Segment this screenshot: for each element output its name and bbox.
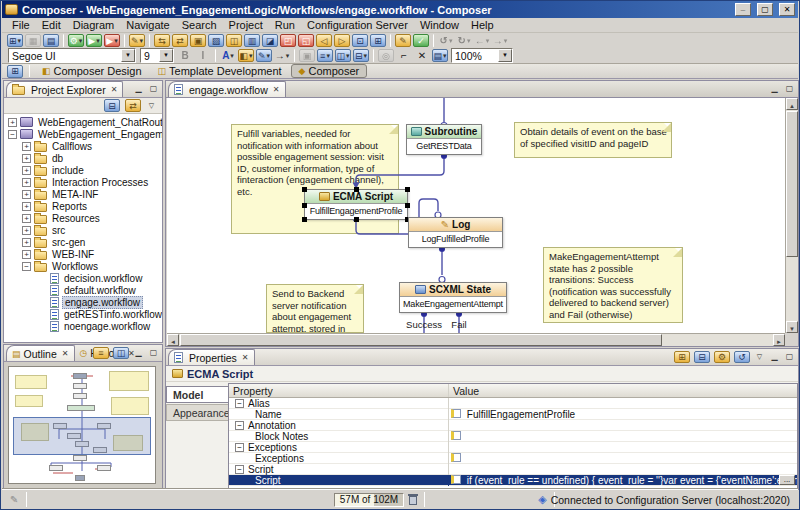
scroll-down-icon[interactable]	[786, 321, 798, 333]
outline-viewport[interactable]	[13, 417, 151, 455]
tree-toggle-icon[interactable]	[8, 118, 17, 127]
fill-color-icon[interactable]: ◧	[238, 49, 254, 62]
browse-button[interactable]: ...	[779, 475, 795, 485]
tab-project-explorer[interactable]: Project Explorer	[6, 81, 123, 97]
group-icon[interactable]: ▣	[299, 49, 315, 62]
run-configurations-icon[interactable]: ▶	[104, 34, 120, 47]
link-with-editor-icon[interactable]: ⇄	[125, 99, 141, 112]
tree-toggle-icon[interactable]	[22, 166, 31, 175]
transition-label-fail[interactable]: Fail	[444, 319, 474, 330]
tree-item[interactable]: db	[4, 152, 162, 164]
back-icon[interactable]: ←	[474, 34, 490, 47]
scrollbar-thumb[interactable]	[786, 111, 798, 257]
print-icon[interactable]: ▤	[43, 34, 59, 47]
scroll-up-icon[interactable]	[786, 98, 798, 110]
tree-item[interactable]: engage.workflow	[4, 296, 162, 308]
menu-item[interactable]: Navigate	[120, 19, 175, 31]
order-icon[interactable]: ⊟	[353, 49, 369, 62]
tree-item[interactable]: Callflows	[4, 140, 162, 152]
grid-icon[interactable]: ⊡	[352, 34, 368, 47]
menu-item[interactable]: Help	[465, 19, 500, 31]
collapse-toggle-icon[interactable]	[235, 443, 244, 452]
line-style-icon[interactable]: ⌐	[396, 49, 412, 62]
property-row[interactable]: Annotation	[229, 420, 797, 431]
title-bar[interactable]: Composer - WebEngagement_EngagementLogic…	[2, 1, 798, 18]
port-in-icon[interactable]: ◁	[316, 34, 332, 47]
tree-toggle-icon[interactable]	[22, 154, 31, 163]
node-ecma-script[interactable]: ECMA Script FulfillEngagementProfile	[304, 189, 408, 220]
brush-icon[interactable]: ✎	[395, 34, 411, 47]
overview-icon[interactable]: ◫	[113, 347, 129, 359]
align-icon[interactable]: ≡	[317, 49, 333, 62]
tree-item[interactable]: decision.workflow	[4, 272, 162, 284]
horizontal-scrollbar[interactable]	[167, 333, 785, 346]
menu-item[interactable]: Project	[223, 19, 269, 31]
zoom-level-select[interactable]: 100%	[451, 48, 513, 63]
tree-item[interactable]: WEB-INF	[4, 248, 162, 260]
tree-item[interactable]: META-INF	[4, 188, 162, 200]
tree-toggle-icon[interactable]	[22, 214, 31, 223]
table-icon[interactable]: ⊞	[370, 34, 386, 47]
font-family-select[interactable]: Segoe UI	[8, 48, 136, 63]
property-row[interactable]: Script	[229, 464, 797, 475]
property-row[interactable]: Alias	[229, 398, 797, 409]
perspective-tab[interactable]: ◧ Composer Design	[35, 64, 149, 78]
minimize-icon[interactable]	[768, 83, 781, 95]
minimize-icon[interactable]	[132, 347, 145, 359]
minimize-icon[interactable]	[768, 351, 781, 363]
diagram-image-icon[interactable]: ▨	[208, 34, 224, 47]
garbage-collect-icon[interactable]	[409, 496, 417, 505]
selection-handle[interactable]	[302, 217, 307, 222]
selection-handle[interactable]	[405, 187, 410, 192]
tree-item[interactable]: Interaction Processes	[4, 176, 162, 188]
menu-item[interactable]: Search	[176, 19, 223, 31]
tree-item[interactable]: src	[4, 224, 162, 236]
scrollbar-thumb[interactable]	[180, 334, 662, 346]
close-icon[interactable]	[111, 85, 118, 94]
collapse-toggle-icon[interactable]	[235, 399, 244, 408]
tree-toggle-icon[interactable]	[22, 142, 31, 151]
tree-item[interactable]: Resources	[4, 212, 162, 224]
maximize-window-icon[interactable]	[757, 3, 773, 16]
property-row[interactable]: Exceptions	[229, 442, 797, 453]
export-ports-icon[interactable]: ◱	[298, 34, 314, 47]
tree-toggle-icon[interactable]	[22, 178, 31, 187]
selection-handle[interactable]	[302, 203, 307, 208]
maximize-icon[interactable]	[783, 351, 796, 363]
tree-toggle-icon[interactable]	[22, 262, 31, 271]
tree-toggle-icon[interactable]	[22, 250, 31, 259]
tree-item[interactable]: default.workflow	[4, 284, 162, 296]
tab-engage-workflow[interactable]: engage.workflow	[168, 81, 286, 97]
debug-icon[interactable]: ⚙	[68, 34, 84, 47]
new-wizard-icon[interactable]: ⊞	[7, 34, 23, 47]
report-icon[interactable]: ◪	[262, 34, 278, 47]
collapse-toggle-icon[interactable]	[235, 421, 244, 430]
pin-icon[interactable]: ◎	[378, 49, 394, 62]
heap-status[interactable]: 57M of 102M	[334, 493, 404, 507]
link-editor-icon[interactable]: ⇆	[154, 34, 170, 47]
tree-item[interactable]: Reports	[4, 200, 162, 212]
menu-item[interactable]: Configuration Server	[301, 19, 414, 31]
import-ports-icon[interactable]: ◰	[280, 34, 296, 47]
sort-icon[interactable]: ≡	[93, 347, 109, 359]
chevron-down-icon[interactable]	[498, 49, 512, 62]
show-categories-icon[interactable]: ⊟	[694, 351, 710, 363]
save-icon[interactable]: ▦	[25, 34, 41, 47]
tab-properties[interactable]: Properties	[168, 349, 255, 365]
maximize-icon[interactable]	[783, 83, 796, 95]
vertical-scrollbar[interactable]	[785, 98, 798, 333]
node-subroutine[interactable]: Subroutine GetRESTData	[406, 124, 482, 155]
open-perspective-icon[interactable]	[7, 65, 23, 78]
transition-label-success[interactable]: Success	[401, 319, 447, 330]
distribute-icon[interactable]: ◫	[335, 49, 351, 62]
crop-icon[interactable]: ✕	[414, 49, 430, 62]
export-diagram-icon[interactable]: ▣	[190, 34, 206, 47]
redo-icon[interactable]: ↻	[456, 34, 472, 47]
selection-handle[interactable]	[405, 203, 410, 208]
font-color-icon[interactable]: A	[220, 49, 236, 62]
fill-style-icon[interactable]: ▤	[432, 49, 448, 62]
port-out-icon[interactable]: ▷	[334, 34, 350, 47]
bold-icon[interactable]: B	[177, 49, 193, 62]
menu-item[interactable]: File	[6, 19, 36, 31]
new-property-icon[interactable]: ⊞	[674, 351, 690, 363]
